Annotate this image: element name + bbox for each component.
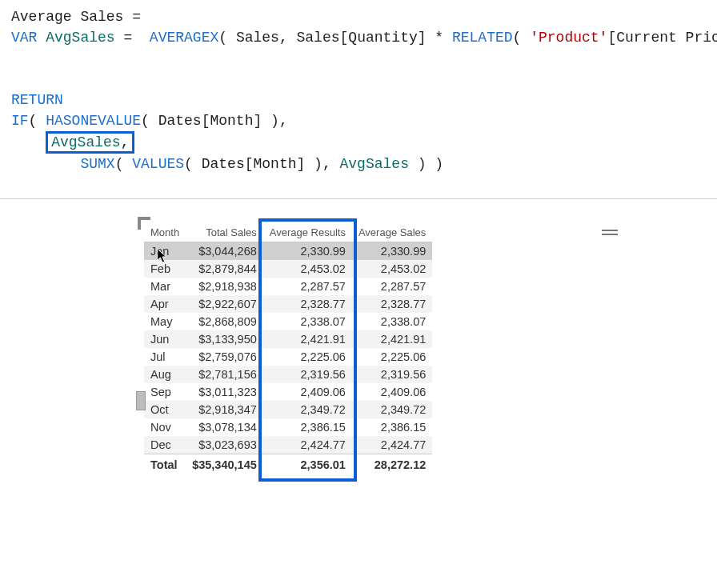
cell-average-sales: 2,328.77 (352, 295, 432, 313)
cell-month: Mar (144, 278, 186, 295)
table-row[interactable]: Nov$3,078,1342,386.152,386.15 (144, 418, 432, 436)
cell-total-sales: $3,011,323 (186, 383, 263, 401)
kw-sumx: SUMX (80, 156, 114, 172)
header-average-results[interactable]: Average Results (263, 223, 352, 242)
table-row[interactable]: Apr$2,922,6072,328.772,328.77 (144, 295, 432, 313)
cell-total-sales: $2,918,347 (186, 401, 263, 418)
cell-month: Aug (144, 366, 186, 383)
cell-average-results: 2,225.06 (263, 348, 352, 366)
table-visual[interactable]: Month Total Sales Average Results Averag… (144, 223, 624, 474)
cell-average-results: 2,386.15 (263, 418, 352, 436)
table-row[interactable]: Jun$3,133,9502,421.912,421.91 (144, 330, 432, 348)
table-row[interactable]: Sep$3,011,3232,409.062,409.06 (144, 383, 432, 401)
cell-month: Nov (144, 418, 186, 436)
cell-average-results: 2,409.06 (263, 383, 352, 401)
cell-average-results: 2,421.91 (263, 330, 352, 348)
highlighted-variable: AvgSales, (46, 131, 134, 154)
kw-related: RELATED (452, 30, 513, 46)
cell-average-sales: 2,287.57 (352, 278, 432, 295)
cell-total-sales: $3,133,950 (186, 330, 263, 348)
cell-total-sales: $2,781,156 (186, 366, 263, 383)
kw-if: IF (11, 113, 29, 129)
cell-average-results: 2,349.72 (263, 401, 352, 418)
var-name: AvgSales (46, 30, 114, 46)
cell-average-sales: 2,338.07 (352, 313, 432, 330)
kw-values: VALUES (132, 156, 184, 172)
cell-total-sales: $3,078,134 (186, 418, 263, 436)
table-row[interactable]: Dec$3,023,6932,424.772,424.77 (144, 436, 432, 454)
header-total-sales[interactable]: Total Sales (186, 223, 263, 242)
cell-average-results: 2,424.77 (263, 436, 352, 454)
cell-average-sales: 2,421.91 (352, 330, 432, 348)
table-row[interactable]: Feb$2,879,8442,453.022,453.02 (144, 260, 432, 278)
total-total-sales: $35,340,145 (186, 454, 263, 474)
cell-total-sales: $2,918,938 (186, 278, 263, 295)
cell-total-sales: $3,044,268 (186, 242, 263, 261)
total-label: Total (144, 454, 186, 474)
dax-formula-editor[interactable]: Average Sales = VAR AvgSales = AVERAGEX(… (0, 0, 717, 198)
cell-average-sales: 2,319.56 (352, 366, 432, 383)
cell-average-results: 2,328.77 (263, 295, 352, 313)
kw-return: RETURN (11, 92, 63, 108)
cell-total-sales: $2,759,076 (186, 348, 263, 366)
header-average-sales[interactable]: Average Sales (352, 223, 432, 242)
measure-name: Average Sales (11, 9, 123, 25)
cell-average-sales: 2,330.99 (352, 242, 432, 261)
kw-var: VAR (11, 30, 37, 46)
table-row[interactable]: May$2,868,8092,338.072,338.07 (144, 313, 432, 330)
table-row[interactable]: Oct$2,918,3472,349.722,349.72 (144, 401, 432, 418)
cell-month: Oct (144, 401, 186, 418)
cell-month: May (144, 313, 186, 330)
cell-average-results: 2,330.99 (263, 242, 352, 261)
cell-average-sales: 2,424.77 (352, 436, 432, 454)
cell-average-results: 2,319.56 (263, 366, 352, 383)
cell-average-results: 2,453.02 (263, 260, 352, 278)
cell-average-sales: 2,453.02 (352, 260, 432, 278)
cell-average-sales: 2,386.15 (352, 418, 432, 436)
cell-month: Dec (144, 436, 186, 454)
drag-handle-icon[interactable] (602, 228, 618, 236)
table-row[interactable]: Jul$2,759,0762,225.062,225.06 (144, 348, 432, 366)
cell-month: Sep (144, 383, 186, 401)
cell-average-results: 2,287.57 (263, 278, 352, 295)
cell-total-sales: $2,922,607 (186, 295, 263, 313)
table-row[interactable]: Mar$2,918,9382,287.572,287.57 (144, 278, 432, 295)
table-row[interactable]: Jan$3,044,2682,330.992,330.99 (144, 242, 432, 261)
resize-handle-w[interactable] (136, 391, 146, 410)
kw-hasonevalue: HASONEVALUE (46, 113, 141, 129)
cell-average-sales: 2,409.06 (352, 383, 432, 401)
section-divider (0, 198, 717, 199)
cell-month: Apr (144, 295, 186, 313)
cell-average-sales: 2,349.72 (352, 401, 432, 418)
cell-average-results: 2,338.07 (263, 313, 352, 330)
table-row[interactable]: Aug$2,781,1562,319.562,319.56 (144, 366, 432, 383)
data-table: Month Total Sales Average Results Averag… (144, 223, 432, 474)
cell-total-sales: $2,868,809 (186, 313, 263, 330)
resize-handle-nw[interactable] (138, 217, 150, 230)
kw-averagex: AVERAGEX (150, 30, 218, 46)
cell-total-sales: $2,879,844 (186, 260, 263, 278)
mouse-cursor-icon (155, 247, 170, 268)
cell-month: Jun (144, 330, 186, 348)
cell-month: Jul (144, 348, 186, 366)
cell-total-sales: $3,023,693 (186, 436, 263, 454)
total-average-results: 2,356.01 (263, 454, 352, 474)
total-average-sales: 28,272.12 (352, 454, 432, 474)
cell-average-sales: 2,225.06 (352, 348, 432, 366)
